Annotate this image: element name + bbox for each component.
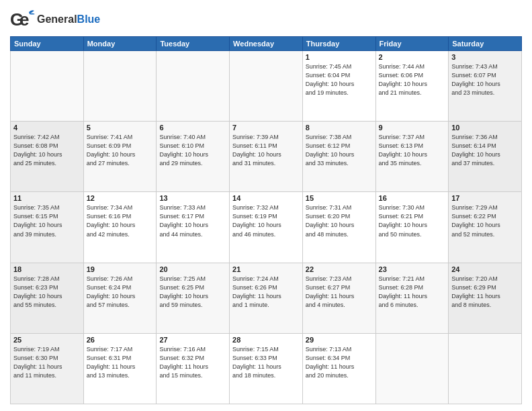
calendar-table: Sunday Monday Tuesday Wednesday Thursday… [10, 36, 522, 404]
svg-text:e: e [19, 9, 29, 30]
day-info: Sunrise: 7:35 AM Sunset: 6:15 PM Dayligh… [13, 203, 81, 238]
calendar-cell: 24Sunrise: 7:20 AM Sunset: 6:29 PM Dayli… [449, 263, 522, 333]
calendar-week-4: 18Sunrise: 7:28 AM Sunset: 6:23 PM Dayli… [11, 263, 522, 333]
calendar-cell: 5Sunrise: 7:41 AM Sunset: 6:09 PM Daylig… [83, 122, 157, 192]
logo-icon: G e [10, 7, 36, 32]
day-info: Sunrise: 7:25 AM Sunset: 6:25 PM Dayligh… [159, 275, 226, 310]
logo-general: General [37, 13, 77, 25]
calendar-cell [83, 51, 157, 122]
calendar-week-1: 1Sunrise: 7:45 AM Sunset: 6:04 PM Daylig… [11, 51, 522, 122]
calendar-cell [230, 51, 303, 122]
calendar-cell [375, 333, 449, 404]
day-info: Sunrise: 7:34 AM Sunset: 6:16 PM Dayligh… [87, 203, 154, 238]
day-info: Sunrise: 7:26 AM Sunset: 6:24 PM Dayligh… [87, 275, 154, 310]
calendar-week-2: 4Sunrise: 7:42 AM Sunset: 6:08 PM Daylig… [11, 122, 522, 192]
day-number: 2 [379, 53, 446, 61]
day-info: Sunrise: 7:21 AM Sunset: 6:28 PM Dayligh… [379, 275, 446, 310]
day-info: Sunrise: 7:19 AM Sunset: 6:30 PM Dayligh… [13, 345, 81, 380]
day-info: Sunrise: 7:33 AM Sunset: 6:17 PM Dayligh… [159, 203, 226, 238]
day-info: Sunrise: 7:38 AM Sunset: 6:12 PM Dayligh… [306, 133, 373, 168]
calendar-cell: 1Sunrise: 7:45 AM Sunset: 6:04 PM Daylig… [302, 51, 375, 122]
day-info: Sunrise: 7:16 AM Sunset: 6:32 PM Dayligh… [159, 345, 226, 380]
day-number: 12 [87, 194, 154, 202]
calendar-cell: 27Sunrise: 7:16 AM Sunset: 6:32 PM Dayli… [157, 333, 230, 404]
calendar-cell: 13Sunrise: 7:33 AM Sunset: 6:17 PM Dayli… [157, 192, 230, 263]
day-info: Sunrise: 7:23 AM Sunset: 6:27 PM Dayligh… [306, 275, 373, 310]
header: G e GeneralBlue [10, 7, 522, 32]
day-number: 29 [306, 336, 373, 344]
day-number: 16 [379, 194, 446, 202]
day-info: Sunrise: 7:32 AM Sunset: 6:19 PM Dayligh… [232, 203, 300, 238]
calendar-cell: 12Sunrise: 7:34 AM Sunset: 6:16 PM Dayli… [83, 192, 157, 263]
day-info: Sunrise: 7:13 AM Sunset: 6:34 PM Dayligh… [306, 345, 373, 380]
calendar-cell: 10Sunrise: 7:36 AM Sunset: 6:14 PM Dayli… [449, 122, 522, 192]
day-info: Sunrise: 7:40 AM Sunset: 6:10 PM Dayligh… [159, 133, 226, 168]
day-info: Sunrise: 7:24 AM Sunset: 6:26 PM Dayligh… [232, 275, 300, 310]
day-number: 24 [451, 265, 519, 273]
calendar-cell: 20Sunrise: 7:25 AM Sunset: 6:25 PM Dayli… [157, 263, 230, 333]
calendar-cell: 16Sunrise: 7:30 AM Sunset: 6:21 PM Dayli… [375, 192, 449, 263]
calendar-cell: 15Sunrise: 7:31 AM Sunset: 6:20 PM Dayli… [302, 192, 375, 263]
day-number: 22 [306, 265, 373, 273]
day-number: 13 [159, 194, 226, 202]
header-monday: Monday [83, 37, 157, 51]
calendar-cell: 3Sunrise: 7:43 AM Sunset: 6:07 PM Daylig… [449, 51, 522, 122]
day-info: Sunrise: 7:44 AM Sunset: 6:06 PM Dayligh… [379, 62, 446, 97]
day-info: Sunrise: 7:36 AM Sunset: 6:14 PM Dayligh… [451, 133, 519, 168]
day-info: Sunrise: 7:28 AM Sunset: 6:23 PM Dayligh… [13, 275, 81, 310]
day-number: 4 [13, 124, 81, 132]
day-info: Sunrise: 7:45 AM Sunset: 6:04 PM Dayligh… [306, 62, 373, 97]
calendar-cell: 21Sunrise: 7:24 AM Sunset: 6:26 PM Dayli… [230, 263, 303, 333]
calendar-cell: 29Sunrise: 7:13 AM Sunset: 6:34 PM Dayli… [302, 333, 375, 404]
calendar-cell: 9Sunrise: 7:37 AM Sunset: 6:13 PM Daylig… [375, 122, 449, 192]
day-number: 28 [232, 336, 300, 344]
day-number: 17 [451, 194, 519, 202]
calendar-cell: 8Sunrise: 7:38 AM Sunset: 6:12 PM Daylig… [302, 122, 375, 192]
day-number: 5 [87, 124, 154, 132]
logo-blue: Blue [77, 13, 101, 25]
day-info: Sunrise: 7:39 AM Sunset: 6:11 PM Dayligh… [232, 133, 300, 168]
day-number: 8 [306, 124, 373, 132]
header-tuesday: Tuesday [157, 37, 230, 51]
day-info: Sunrise: 7:20 AM Sunset: 6:29 PM Dayligh… [451, 275, 519, 310]
day-info: Sunrise: 7:37 AM Sunset: 6:13 PM Dayligh… [379, 133, 446, 168]
day-info: Sunrise: 7:31 AM Sunset: 6:20 PM Dayligh… [306, 203, 373, 238]
day-number: 6 [159, 124, 226, 132]
header-thursday: Thursday [302, 37, 375, 51]
calendar-cell: 28Sunrise: 7:15 AM Sunset: 6:33 PM Dayli… [230, 333, 303, 404]
calendar-cell [157, 51, 230, 122]
day-info: Sunrise: 7:15 AM Sunset: 6:33 PM Dayligh… [232, 345, 300, 380]
calendar-cell: 23Sunrise: 7:21 AM Sunset: 6:28 PM Dayli… [375, 263, 449, 333]
day-number: 11 [13, 194, 81, 202]
calendar-cell: 22Sunrise: 7:23 AM Sunset: 6:27 PM Dayli… [302, 263, 375, 333]
day-number: 19 [87, 265, 154, 273]
day-info: Sunrise: 7:29 AM Sunset: 6:22 PM Dayligh… [451, 203, 519, 238]
day-number: 15 [306, 194, 373, 202]
calendar-cell: 14Sunrise: 7:32 AM Sunset: 6:19 PM Dayli… [230, 192, 303, 263]
calendar-cell: 26Sunrise: 7:17 AM Sunset: 6:31 PM Dayli… [83, 333, 157, 404]
day-number: 25 [13, 336, 81, 344]
day-number: 26 [87, 336, 154, 344]
day-number: 14 [232, 194, 300, 202]
day-number: 10 [451, 124, 519, 132]
calendar-cell: 18Sunrise: 7:28 AM Sunset: 6:23 PM Dayli… [11, 263, 84, 333]
calendar-week-5: 25Sunrise: 7:19 AM Sunset: 6:30 PM Dayli… [11, 333, 522, 404]
calendar-cell: 19Sunrise: 7:26 AM Sunset: 6:24 PM Dayli… [83, 263, 157, 333]
day-info: Sunrise: 7:42 AM Sunset: 6:08 PM Dayligh… [13, 133, 81, 168]
calendar-cell: 17Sunrise: 7:29 AM Sunset: 6:22 PM Dayli… [449, 192, 522, 263]
calendar-cell: 25Sunrise: 7:19 AM Sunset: 6:30 PM Dayli… [11, 333, 84, 404]
day-number: 23 [379, 265, 446, 273]
calendar-header-row: Sunday Monday Tuesday Wednesday Thursday… [11, 37, 522, 51]
day-number: 1 [306, 53, 373, 61]
calendar-cell: 2Sunrise: 7:44 AM Sunset: 6:06 PM Daylig… [375, 51, 449, 122]
header-friday: Friday [375, 37, 449, 51]
day-number: 18 [13, 265, 81, 273]
calendar-cell: 7Sunrise: 7:39 AM Sunset: 6:11 PM Daylig… [230, 122, 303, 192]
calendar-cell [449, 333, 522, 404]
header-sunday: Sunday [11, 37, 84, 51]
calendar-week-3: 11Sunrise: 7:35 AM Sunset: 6:15 PM Dayli… [11, 192, 522, 263]
page: G e GeneralBlue Sunday Monday [0, 0, 532, 411]
calendar-cell: 6Sunrise: 7:40 AM Sunset: 6:10 PM Daylig… [157, 122, 230, 192]
header-saturday: Saturday [449, 37, 522, 51]
calendar-cell [11, 51, 84, 122]
